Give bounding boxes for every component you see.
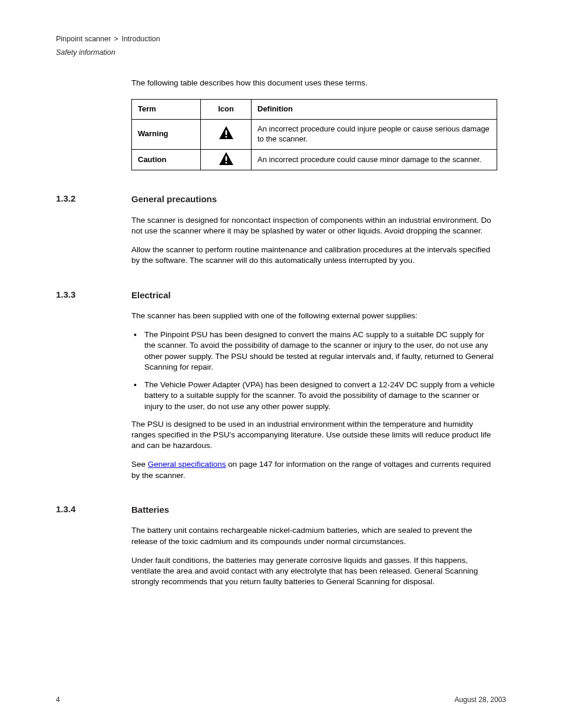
body-text: The scanner is designed for noncontact i…: [131, 215, 497, 236]
breadcrumb-item: Introduction: [121, 35, 160, 43]
breadcrumb-item: Pinpoint scanner: [56, 35, 111, 43]
svg-rect-2: [225, 156, 227, 161]
list-item: The Pinpoint PSU has been designed to co…: [131, 330, 497, 373]
svg-point-3: [225, 162, 227, 163]
warning-triangle-icon: [219, 132, 233, 141]
section-heading: Electrical: [131, 289, 509, 301]
cell-definition: An incorrect procedure could injure peop…: [252, 119, 497, 149]
section-heading: Batteries: [131, 504, 509, 516]
cross-reference-link[interactable]: General specifications: [148, 460, 226, 469]
th-icon: Icon: [201, 99, 252, 119]
section-heading: General precautions: [131, 193, 509, 205]
cell-definition: An incorrect procedure could cause minor…: [252, 149, 497, 170]
table-row: Warning An incorrect procedure could inj…: [132, 119, 497, 149]
page-number: 4: [56, 695, 60, 704]
definitions-table: Term Icon Definition Warning An incorrec…: [131, 99, 497, 170]
svg-point-1: [225, 136, 227, 138]
body-text: The battery unit contains rechargeable n…: [131, 525, 497, 546]
body-text: See General specifications on page 147 f…: [131, 459, 497, 480]
body-text: The PSU is designed to be used in an ind…: [131, 419, 497, 452]
th-definition: Definition: [252, 99, 497, 119]
body-text: The scanner has been supplied with one o…: [131, 311, 497, 321]
table-row: Caution An incorrect procedure could cau…: [132, 149, 497, 170]
th-term: Term: [132, 99, 201, 119]
svg-rect-0: [225, 130, 227, 135]
body-text: Allow the scanner to perform routine mai…: [131, 245, 497, 266]
breadcrumb: Pinpoint scanner > Introduction: [56, 34, 509, 44]
text-fragment: See: [131, 460, 148, 469]
body-text: Under fault conditions, the batteries ma…: [131, 555, 497, 588]
warning-triangle-icon: [219, 158, 233, 167]
cell-term: Warning: [132, 119, 201, 149]
page-title: Safety information: [56, 48, 509, 58]
cell-icon: [201, 119, 252, 149]
cell-term: Caution: [132, 149, 201, 170]
cell-icon: [201, 149, 252, 170]
intro-text: The following table describes how this d…: [131, 78, 497, 88]
table-header-row: Term Icon Definition: [132, 99, 497, 119]
list-item: The Vehicle Power Adapter (VPA) has been…: [131, 380, 497, 412]
footer-date: August 28, 2003: [455, 695, 506, 704]
breadcrumb-sep: >: [114, 35, 118, 43]
